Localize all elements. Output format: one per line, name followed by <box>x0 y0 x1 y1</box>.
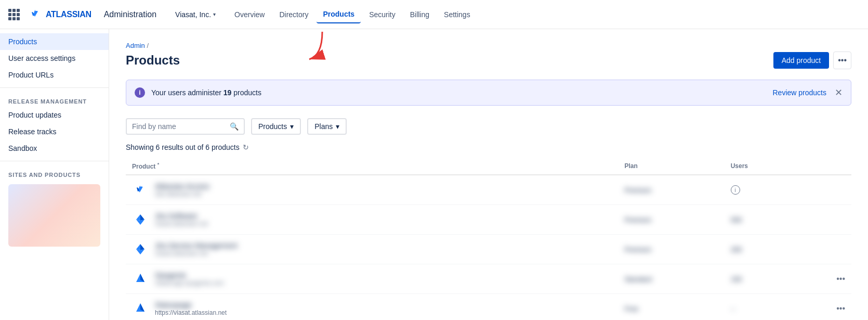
atlassian-logo: ATLASSIAN <box>28 7 91 22</box>
results-text: Showing 6 results out of 6 products <box>126 143 240 151</box>
product-url: https://viasat.atlassian.net <box>155 309 227 316</box>
search-box: 🔍 <box>126 118 245 135</box>
product-name: Jira Software <box>155 212 208 220</box>
info-icon: i <box>135 87 145 98</box>
plans-filter-chevron: ▾ <box>336 122 339 131</box>
review-products-link[interactable]: Review products <box>773 88 827 97</box>
table-row[interactable]: Jira Software viasat.atlassian.net Premi… <box>126 205 851 235</box>
sidebar-item-products[interactable]: Products <box>0 33 109 50</box>
product-cell: Jira Service Management viasat.atlassian… <box>132 241 612 258</box>
header-actions: Add product ••• <box>773 52 851 69</box>
product-url: viasat.atlassian.net <box>155 220 208 227</box>
breadcrumb-admin[interactable]: Admin <box>126 42 145 49</box>
product-cell: Jira Software viasat.atlassian.net <box>132 211 612 228</box>
nav-links: Overview Directory Products Security Bil… <box>228 6 477 23</box>
plan-cell: Standard <box>624 275 652 283</box>
sidebar-divider-1 <box>0 87 109 88</box>
table-row[interactable]: Jira Service Management viasat.atlassian… <box>126 235 851 264</box>
search-input[interactable] <box>132 122 226 131</box>
breadcrumb: Admin / <box>126 42 851 49</box>
product-name-area: Opsgenie viasat.app.opsgenie.com <box>155 271 224 287</box>
banner-close-button[interactable]: ✕ <box>835 88 843 97</box>
breadcrumb-separator: / <box>147 42 149 49</box>
add-product-button[interactable]: Add product <box>773 52 830 69</box>
plans-filter-button[interactable]: Plans ▾ <box>307 118 347 135</box>
search-icon: 🔍 <box>230 122 239 131</box>
sidebar-item-product-urls[interactable]: Product URLs <box>0 67 109 83</box>
page-header: Products Add product ••• <box>126 52 851 69</box>
nav-link-settings[interactable]: Settings <box>438 6 477 23</box>
results-info: Showing 6 results out of 6 products ↻ <box>126 143 851 151</box>
top-navigation: ATLASSIAN Administration Viasat, Inc. ▾ … <box>0 0 868 29</box>
banner-text-after: products <box>233 88 261 97</box>
table-row[interactable]: Opsgenie viasat.app.opsgenie.com Standar… <box>126 264 851 294</box>
nav-link-directory[interactable]: Directory <box>273 6 314 23</box>
chevron-down-icon: ▾ <box>213 11 216 17</box>
users-cell: -- <box>731 305 824 313</box>
users-cell: 150 <box>731 275 824 283</box>
table-header-product: Product * <box>126 158 618 175</box>
statuspage-logo <box>132 300 149 317</box>
nav-link-overview[interactable]: Overview <box>228 6 271 23</box>
product-name-area: Jira Software viasat.atlassian.net <box>155 212 208 227</box>
nav-link-security[interactable]: Security <box>363 6 402 23</box>
product-name-area: Statuspage https://viasat.atlassian.net <box>155 301 227 316</box>
app-layout: Products User access settings Product UR… <box>0 29 868 320</box>
sidebar-item-release-tracks[interactable]: Release tracks <box>0 123 109 140</box>
product-cell: Statuspage https://viasat.atlassian.net <box>132 300 612 317</box>
sidebar-item-product-updates[interactable]: Product updates <box>0 107 109 123</box>
admin-label: Administration <box>104 10 156 19</box>
product-name-area: Jira Service Management viasat.atlassian… <box>155 241 238 257</box>
sites-and-products-thumbnail <box>8 184 100 247</box>
nav-link-products[interactable]: Products <box>317 6 361 23</box>
users-cell: 200 <box>731 246 824 253</box>
table-row[interactable]: Atlassian Access site.atlassian.net Prem… <box>126 175 851 205</box>
sidebar-section-sites-and-products: SITES AND PRODUCTS <box>0 165 109 180</box>
product-cell: Atlassian Access site.atlassian.net <box>132 182 612 198</box>
atlassian-access-logo <box>132 182 149 198</box>
product-name: Opsgenie <box>155 271 224 279</box>
info-banner: i Your users administer 19 products Revi… <box>126 80 851 106</box>
sidebar-item-user-access-settings[interactable]: User access settings <box>0 50 109 67</box>
nav-link-billing[interactable]: Billing <box>404 6 436 23</box>
plan-cell: Premium <box>624 216 651 224</box>
jira-logo-2 <box>132 241 149 258</box>
row-more-button[interactable]: ••• <box>836 304 845 313</box>
users-info-icon[interactable]: i <box>731 185 740 195</box>
product-url: site.atlassian.net <box>155 190 209 198</box>
app-switcher-icon[interactable] <box>8 9 20 20</box>
table-header-users: Users <box>725 158 831 175</box>
main-content: Admin / Products Add product ••• i Your … <box>109 29 868 320</box>
products-filter-button[interactable]: Products ▾ <box>251 118 301 135</box>
refresh-icon[interactable]: ↻ <box>243 143 249 151</box>
product-cell: Opsgenie viasat.app.opsgenie.com <box>132 271 612 287</box>
org-selector[interactable]: Viasat, Inc. ▾ <box>171 8 220 21</box>
more-options-button[interactable]: ••• <box>833 52 851 69</box>
product-name: Jira Service Management <box>155 241 238 250</box>
sidebar-section-release-management: RELEASE MANAGEMENT <box>0 92 109 107</box>
product-url: viasat.atlassian.net <box>155 250 238 257</box>
banner-count: 19 <box>223 88 232 97</box>
product-name: Atlassian Access <box>155 182 209 190</box>
products-table-body: Atlassian Access site.atlassian.net Prem… <box>126 175 851 320</box>
filters-row: 🔍 Products ▾ Plans ▾ <box>126 118 851 135</box>
banner-text: Your users administer 19 products <box>151 88 760 97</box>
table-row[interactable]: Statuspage https://viasat.atlassian.net … <box>126 294 851 321</box>
row-more-button[interactable]: ••• <box>836 274 845 284</box>
table-header: Product * Plan Users <box>126 158 851 175</box>
products-filter-label: Products <box>258 122 287 131</box>
product-name-area: Atlassian Access site.atlassian.net <box>155 182 209 198</box>
users-cell: 500 <box>731 216 824 224</box>
opsgenie-logo <box>132 271 149 287</box>
plan-cell: Free <box>624 305 638 313</box>
sidebar-divider-2 <box>0 161 109 161</box>
users-cell: i <box>731 185 824 195</box>
table-header-plan: Plan <box>618 158 724 175</box>
product-url: viasat.app.opsgenie.com <box>155 279 224 287</box>
sidebar-item-sandbox[interactable]: Sandbox <box>0 140 109 157</box>
plans-filter-label: Plans <box>314 122 333 131</box>
org-name: Viasat, Inc. <box>175 10 211 19</box>
product-name: Statuspage <box>155 301 227 309</box>
banner-text-before: Your users administer <box>151 88 221 97</box>
logo-text: ATLASSIAN <box>46 10 91 19</box>
